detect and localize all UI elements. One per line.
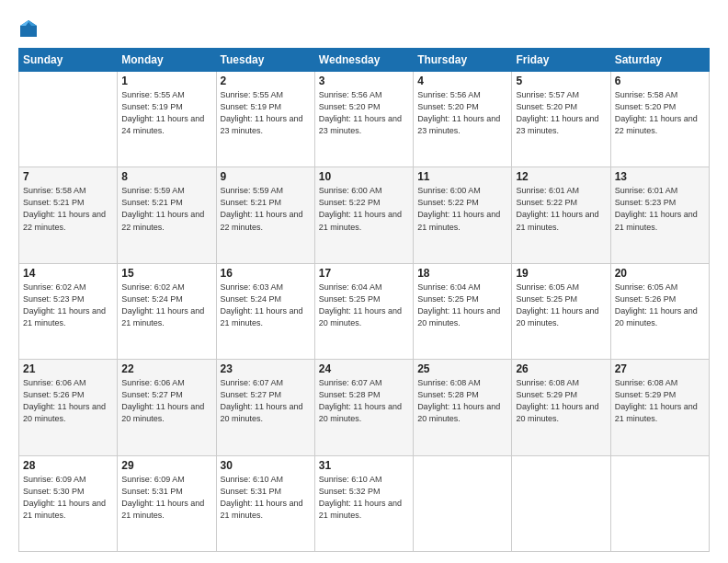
calendar-cell: 7Sunrise: 5:58 AMSunset: 5:21 PMDaylight… [19, 167, 118, 263]
day-info: Sunrise: 6:02 AMSunset: 5:23 PMDaylight:… [23, 282, 113, 329]
day-info: Sunrise: 6:04 AMSunset: 5:25 PMDaylight:… [319, 282, 409, 329]
day-number: 23 [221, 362, 311, 375]
day-number: 11 [417, 170, 507, 183]
day-number: 2 [221, 75, 311, 87]
calendar-week-4: 21Sunrise: 6:06 AMSunset: 5:26 PMDayligh… [19, 360, 710, 455]
calendar-cell: 15Sunrise: 6:02 AMSunset: 5:24 PMDayligh… [118, 263, 216, 359]
day-number: 19 [516, 267, 606, 280]
calendar-header-saturday: Saturday [610, 49, 709, 72]
calendar-cell: 25Sunrise: 6:08 AMSunset: 5:28 PMDayligh… [414, 360, 512, 455]
day-number: 30 [221, 459, 311, 472]
day-number: 31 [319, 459, 409, 472]
calendar-week-2: 7Sunrise: 5:58 AMSunset: 5:21 PMDaylight… [19, 167, 710, 263]
calendar-cell: 8Sunrise: 5:59 AMSunset: 5:21 PMDaylight… [118, 167, 216, 263]
day-info: Sunrise: 6:00 AMSunset: 5:22 PMDaylight:… [319, 185, 409, 233]
day-number: 16 [221, 267, 311, 280]
day-info: Sunrise: 6:06 AMSunset: 5:27 PMDaylight:… [121, 377, 211, 425]
day-info: Sunrise: 6:04 AMSunset: 5:25 PMDaylight:… [417, 282, 507, 329]
header [18, 17, 710, 39]
day-number: 4 [417, 75, 507, 87]
calendar-header-row: SundayMondayTuesdayWednesdayThursdayFrid… [19, 49, 710, 72]
calendar-cell [512, 455, 610, 551]
calendar-cell: 1Sunrise: 5:55 AMSunset: 5:19 PMDaylight… [118, 72, 216, 167]
calendar-cell: 14Sunrise: 6:02 AMSunset: 5:23 PMDayligh… [19, 263, 118, 359]
calendar-cell [19, 72, 118, 167]
calendar-cell: 12Sunrise: 6:01 AMSunset: 5:22 PMDayligh… [512, 167, 610, 263]
day-number: 7 [23, 170, 113, 183]
svg-marker-0 [20, 20, 37, 37]
calendar-cell: 5Sunrise: 5:57 AMSunset: 5:20 PMDaylight… [512, 72, 610, 167]
day-info: Sunrise: 6:00 AMSunset: 5:22 PMDaylight:… [417, 185, 507, 233]
day-number: 6 [615, 75, 705, 87]
day-info: Sunrise: 6:09 AMSunset: 5:30 PMDaylight:… [23, 474, 113, 522]
day-info: Sunrise: 6:06 AMSunset: 5:26 PMDaylight:… [23, 377, 113, 425]
calendar-cell [414, 455, 512, 551]
day-number: 27 [615, 362, 705, 375]
calendar-week-5: 28Sunrise: 6:09 AMSunset: 5:30 PMDayligh… [19, 455, 710, 551]
day-number: 21 [23, 362, 113, 375]
day-info: Sunrise: 5:56 AMSunset: 5:20 PMDaylight:… [319, 89, 409, 137]
day-info: Sunrise: 6:05 AMSunset: 5:25 PMDaylight:… [516, 282, 606, 329]
calendar-cell [610, 455, 709, 551]
day-number: 22 [121, 362, 211, 375]
day-info: Sunrise: 6:03 AMSunset: 5:24 PMDaylight:… [221, 282, 311, 329]
day-info: Sunrise: 6:05 AMSunset: 5:26 PMDaylight:… [615, 282, 705, 329]
calendar-cell: 10Sunrise: 6:00 AMSunset: 5:22 PMDayligh… [314, 167, 413, 263]
day-number: 13 [615, 170, 705, 183]
calendar-header-sunday: Sunday [19, 49, 118, 72]
calendar-cell: 29Sunrise: 6:09 AMSunset: 5:31 PMDayligh… [118, 455, 216, 551]
day-number: 20 [615, 267, 705, 280]
calendar-cell: 30Sunrise: 6:10 AMSunset: 5:31 PMDayligh… [216, 455, 314, 551]
day-number: 1 [121, 75, 211, 87]
calendar-cell: 27Sunrise: 6:08 AMSunset: 5:29 PMDayligh… [610, 360, 709, 455]
day-number: 15 [121, 267, 211, 280]
day-info: Sunrise: 5:59 AMSunset: 5:21 PMDaylight:… [221, 185, 311, 233]
calendar-cell: 31Sunrise: 6:10 AMSunset: 5:32 PMDayligh… [314, 455, 413, 551]
calendar-cell: 22Sunrise: 6:06 AMSunset: 5:27 PMDayligh… [118, 360, 216, 455]
day-number: 25 [417, 362, 507, 375]
calendar-cell: 26Sunrise: 6:08 AMSunset: 5:29 PMDayligh… [512, 360, 610, 455]
day-info: Sunrise: 6:08 AMSunset: 5:28 PMDaylight:… [417, 377, 507, 425]
day-info: Sunrise: 5:55 AMSunset: 5:19 PMDaylight:… [221, 89, 311, 137]
calendar-cell: 6Sunrise: 5:58 AMSunset: 5:20 PMDaylight… [610, 72, 709, 167]
day-info: Sunrise: 5:59 AMSunset: 5:21 PMDaylight:… [121, 185, 211, 233]
day-info: Sunrise: 6:10 AMSunset: 5:31 PMDaylight:… [221, 474, 311, 522]
calendar-cell: 19Sunrise: 6:05 AMSunset: 5:25 PMDayligh… [512, 263, 610, 359]
day-info: Sunrise: 6:09 AMSunset: 5:31 PMDaylight:… [121, 474, 211, 522]
day-number: 29 [121, 459, 211, 472]
page: SundayMondayTuesdayWednesdayThursdayFrid… [0, 0, 728, 563]
calendar-cell: 17Sunrise: 6:04 AMSunset: 5:25 PMDayligh… [314, 263, 413, 359]
day-info: Sunrise: 6:10 AMSunset: 5:32 PMDaylight:… [319, 474, 409, 522]
calendar-cell: 2Sunrise: 5:55 AMSunset: 5:19 PMDaylight… [216, 72, 314, 167]
calendar-cell: 4Sunrise: 5:56 AMSunset: 5:20 PMDaylight… [414, 72, 512, 167]
day-number: 12 [516, 170, 606, 183]
day-info: Sunrise: 5:57 AMSunset: 5:20 PMDaylight:… [516, 89, 606, 137]
day-info: Sunrise: 6:08 AMSunset: 5:29 PMDaylight:… [516, 377, 606, 425]
day-number: 24 [319, 362, 409, 375]
calendar-cell: 16Sunrise: 6:03 AMSunset: 5:24 PMDayligh… [216, 263, 314, 359]
calendar-header-tuesday: Tuesday [216, 49, 314, 72]
day-info: Sunrise: 5:56 AMSunset: 5:20 PMDaylight:… [417, 89, 507, 137]
day-info: Sunrise: 6:07 AMSunset: 5:27 PMDaylight:… [221, 377, 311, 425]
calendar-cell: 24Sunrise: 6:07 AMSunset: 5:28 PMDayligh… [314, 360, 413, 455]
calendar-cell: 18Sunrise: 6:04 AMSunset: 5:25 PMDayligh… [414, 263, 512, 359]
calendar-cell: 13Sunrise: 6:01 AMSunset: 5:23 PMDayligh… [610, 167, 709, 263]
day-info: Sunrise: 6:01 AMSunset: 5:23 PMDaylight:… [615, 185, 705, 233]
calendar-cell: 28Sunrise: 6:09 AMSunset: 5:30 PMDayligh… [19, 455, 118, 551]
day-number: 3 [319, 75, 409, 87]
calendar-week-1: 1Sunrise: 5:55 AMSunset: 5:19 PMDaylight… [19, 72, 710, 167]
calendar-header-friday: Friday [512, 49, 610, 72]
calendar-cell: 11Sunrise: 6:00 AMSunset: 5:22 PMDayligh… [414, 167, 512, 263]
logo [18, 17, 42, 39]
day-number: 26 [516, 362, 606, 375]
day-number: 18 [417, 267, 507, 280]
day-info: Sunrise: 5:58 AMSunset: 5:21 PMDaylight:… [23, 185, 113, 233]
calendar-cell: 23Sunrise: 6:07 AMSunset: 5:27 PMDayligh… [216, 360, 314, 455]
day-number: 10 [319, 170, 409, 183]
day-number: 14 [23, 267, 113, 280]
day-number: 17 [319, 267, 409, 280]
calendar-header-wednesday: Wednesday [314, 49, 413, 72]
calendar-cell: 20Sunrise: 6:05 AMSunset: 5:26 PMDayligh… [610, 263, 709, 359]
calendar-cell: 9Sunrise: 5:59 AMSunset: 5:21 PMDaylight… [216, 167, 314, 263]
calendar-cell: 3Sunrise: 5:56 AMSunset: 5:20 PMDaylight… [314, 72, 413, 167]
